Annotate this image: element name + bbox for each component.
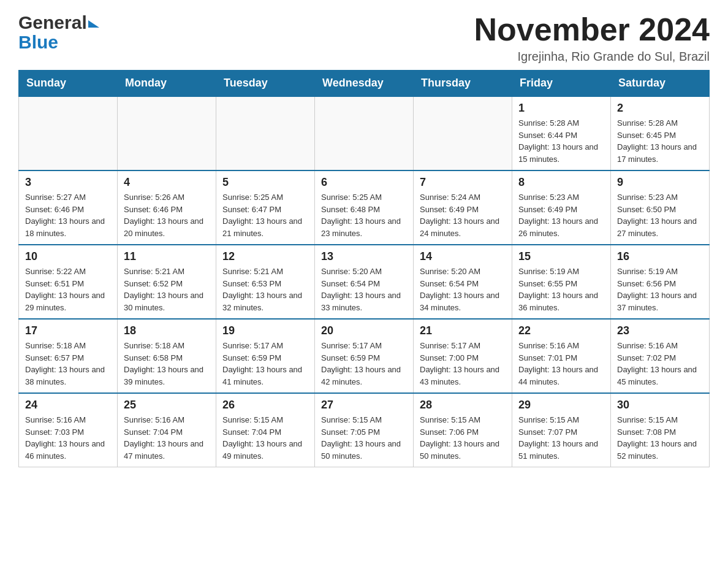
- day-info: Sunrise: 5:15 AMSunset: 7:04 PMDaylight:…: [222, 414, 308, 462]
- calendar-cell: 19Sunrise: 5:17 AMSunset: 6:59 PMDayligh…: [216, 319, 315, 393]
- calendar-cell: 29Sunrise: 5:15 AMSunset: 7:07 PMDayligh…: [512, 393, 611, 467]
- day-number: 15: [518, 250, 604, 263]
- day-info: Sunrise: 5:15 AMSunset: 7:08 PMDaylight:…: [617, 414, 703, 462]
- calendar-cell: [414, 96, 512, 170]
- day-number: 1: [518, 102, 604, 115]
- day-number: 16: [617, 250, 703, 263]
- calendar-cell: 20Sunrise: 5:17 AMSunset: 6:59 PMDayligh…: [315, 319, 414, 393]
- day-number: 28: [420, 399, 506, 412]
- calendar-cell: 16Sunrise: 5:19 AMSunset: 6:56 PMDayligh…: [611, 245, 710, 319]
- day-info: Sunrise: 5:16 AMSunset: 7:04 PMDaylight:…: [124, 414, 210, 462]
- calendar-week-row: 1Sunrise: 5:28 AMSunset: 6:44 PMDaylight…: [19, 96, 710, 170]
- day-number: 7: [420, 176, 506, 189]
- day-info: Sunrise: 5:16 AMSunset: 7:02 PMDaylight:…: [617, 340, 703, 388]
- calendar-header-row: SundayMondayTuesdayWednesdayThursdayFrid…: [19, 71, 710, 97]
- day-info: Sunrise: 5:21 AMSunset: 6:53 PMDaylight:…: [222, 266, 308, 313]
- weekday-header-friday: Friday: [512, 71, 611, 97]
- day-info: Sunrise: 5:18 AMSunset: 6:57 PMDaylight:…: [25, 340, 111, 388]
- day-info: Sunrise: 5:23 AMSunset: 6:50 PMDaylight:…: [617, 191, 703, 239]
- calendar-cell: 17Sunrise: 5:18 AMSunset: 6:57 PMDayligh…: [19, 319, 118, 393]
- calendar-cell: [19, 96, 118, 170]
- calendar-cell: 28Sunrise: 5:15 AMSunset: 7:06 PMDayligh…: [414, 393, 512, 467]
- day-number: 5: [222, 176, 308, 189]
- day-number: 29: [518, 399, 604, 412]
- calendar-cell: 14Sunrise: 5:20 AMSunset: 6:54 PMDayligh…: [414, 245, 512, 319]
- day-number: 20: [321, 324, 407, 337]
- day-number: 23: [617, 324, 703, 337]
- calendar-cell: 6Sunrise: 5:25 AMSunset: 6:48 PMDaylight…: [315, 170, 414, 245]
- calendar-week-row: 17Sunrise: 5:18 AMSunset: 6:57 PMDayligh…: [19, 319, 710, 393]
- day-number: 25: [124, 399, 210, 412]
- day-info: Sunrise: 5:25 AMSunset: 6:48 PMDaylight:…: [321, 191, 407, 239]
- calendar-cell: 11Sunrise: 5:21 AMSunset: 6:52 PMDayligh…: [118, 245, 216, 319]
- calendar-cell: 12Sunrise: 5:21 AMSunset: 6:53 PMDayligh…: [216, 245, 315, 319]
- calendar-cell: 27Sunrise: 5:15 AMSunset: 7:05 PMDayligh…: [315, 393, 414, 467]
- day-number: 8: [518, 176, 604, 189]
- day-number: 27: [321, 399, 407, 412]
- location-subtitle: Igrejinha, Rio Grande do Sul, Brazil: [474, 50, 710, 64]
- day-number: 22: [518, 324, 604, 337]
- day-info: Sunrise: 5:16 AMSunset: 7:03 PMDaylight:…: [25, 414, 111, 462]
- day-number: 14: [420, 250, 506, 263]
- day-info: Sunrise: 5:17 AMSunset: 6:59 PMDaylight:…: [321, 340, 407, 388]
- calendar-week-row: 3Sunrise: 5:27 AMSunset: 6:46 PMDaylight…: [19, 170, 710, 245]
- calendar-cell: 23Sunrise: 5:16 AMSunset: 7:02 PMDayligh…: [611, 319, 710, 393]
- day-info: Sunrise: 5:20 AMSunset: 6:54 PMDaylight:…: [420, 266, 506, 313]
- day-number: 12: [222, 250, 308, 263]
- day-info: Sunrise: 5:28 AMSunset: 6:45 PMDaylight:…: [617, 117, 703, 165]
- day-info: Sunrise: 5:15 AMSunset: 7:06 PMDaylight:…: [420, 414, 506, 462]
- day-info: Sunrise: 5:18 AMSunset: 6:58 PMDaylight:…: [124, 340, 210, 388]
- calendar-cell: 18Sunrise: 5:18 AMSunset: 6:58 PMDayligh…: [118, 319, 216, 393]
- day-number: 21: [420, 324, 506, 337]
- month-title: November 2024: [474, 12, 710, 47]
- day-info: Sunrise: 5:17 AMSunset: 6:59 PMDaylight:…: [222, 340, 308, 388]
- day-info: Sunrise: 5:26 AMSunset: 6:46 PMDaylight:…: [124, 191, 210, 239]
- day-info: Sunrise: 5:23 AMSunset: 6:49 PMDaylight:…: [518, 191, 604, 239]
- calendar-week-row: 10Sunrise: 5:22 AMSunset: 6:51 PMDayligh…: [19, 245, 710, 319]
- weekday-header-saturday: Saturday: [611, 71, 710, 97]
- calendar-cell: 4Sunrise: 5:26 AMSunset: 6:46 PMDaylight…: [118, 170, 216, 245]
- calendar-cell: [118, 96, 216, 170]
- calendar-cell: 9Sunrise: 5:23 AMSunset: 6:50 PMDaylight…: [611, 170, 710, 245]
- calendar-cell: 25Sunrise: 5:16 AMSunset: 7:04 PMDayligh…: [118, 393, 216, 467]
- day-info: Sunrise: 5:16 AMSunset: 7:01 PMDaylight:…: [518, 340, 604, 388]
- weekday-header-monday: Monday: [118, 71, 216, 97]
- day-info: Sunrise: 5:22 AMSunset: 6:51 PMDaylight:…: [25, 266, 111, 313]
- calendar-cell: 15Sunrise: 5:19 AMSunset: 6:55 PMDayligh…: [512, 245, 611, 319]
- weekday-header-wednesday: Wednesday: [315, 71, 414, 97]
- calendar-cell: 13Sunrise: 5:20 AMSunset: 6:54 PMDayligh…: [315, 245, 414, 319]
- calendar-cell: 30Sunrise: 5:15 AMSunset: 7:08 PMDayligh…: [611, 393, 710, 467]
- day-info: Sunrise: 5:15 AMSunset: 7:07 PMDaylight:…: [518, 414, 604, 462]
- weekday-header-tuesday: Tuesday: [216, 71, 315, 97]
- calendar-table: SundayMondayTuesdayWednesdayThursdayFrid…: [18, 70, 710, 467]
- calendar-week-row: 24Sunrise: 5:16 AMSunset: 7:03 PMDayligh…: [19, 393, 710, 467]
- day-info: Sunrise: 5:20 AMSunset: 6:54 PMDaylight:…: [321, 266, 407, 313]
- day-info: Sunrise: 5:24 AMSunset: 6:49 PMDaylight:…: [420, 191, 506, 239]
- day-number: 3: [25, 176, 111, 189]
- calendar-cell: 24Sunrise: 5:16 AMSunset: 7:03 PMDayligh…: [19, 393, 118, 467]
- day-number: 10: [25, 250, 111, 263]
- day-number: 24: [25, 399, 111, 412]
- day-number: 26: [222, 399, 308, 412]
- day-number: 19: [222, 324, 308, 337]
- page-header: General Blue November 2024 Igrejinha, Ri…: [18, 12, 710, 64]
- calendar-cell: 3Sunrise: 5:27 AMSunset: 6:46 PMDaylight…: [19, 170, 118, 245]
- calendar-cell: [315, 96, 414, 170]
- day-info: Sunrise: 5:15 AMSunset: 7:05 PMDaylight:…: [321, 414, 407, 462]
- day-info: Sunrise: 5:25 AMSunset: 6:47 PMDaylight:…: [222, 191, 308, 239]
- day-info: Sunrise: 5:19 AMSunset: 6:55 PMDaylight:…: [518, 266, 604, 313]
- weekday-header-sunday: Sunday: [19, 71, 118, 97]
- logo-arrow-icon: [88, 20, 99, 28]
- day-info: Sunrise: 5:17 AMSunset: 7:00 PMDaylight:…: [420, 340, 506, 388]
- day-info: Sunrise: 5:27 AMSunset: 6:46 PMDaylight:…: [25, 191, 111, 239]
- day-number: 6: [321, 176, 407, 189]
- day-number: 4: [124, 176, 210, 189]
- calendar-cell: [216, 96, 315, 170]
- calendar-cell: 26Sunrise: 5:15 AMSunset: 7:04 PMDayligh…: [216, 393, 315, 467]
- day-info: Sunrise: 5:28 AMSunset: 6:44 PMDaylight:…: [518, 117, 604, 165]
- calendar-cell: 22Sunrise: 5:16 AMSunset: 7:01 PMDayligh…: [512, 319, 611, 393]
- weekday-header-thursday: Thursday: [414, 71, 512, 97]
- day-number: 13: [321, 250, 407, 263]
- calendar-cell: 1Sunrise: 5:28 AMSunset: 6:44 PMDaylight…: [512, 96, 611, 170]
- calendar-cell: 8Sunrise: 5:23 AMSunset: 6:49 PMDaylight…: [512, 170, 611, 245]
